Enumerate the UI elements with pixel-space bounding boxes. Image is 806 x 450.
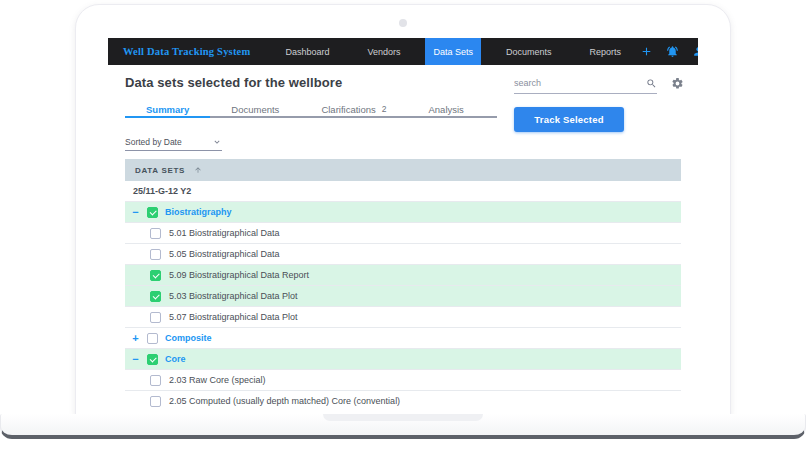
table-row[interactable]: 5.07 Biostratigraphical Data Plot (125, 307, 681, 328)
table-row[interactable]: +Composite (125, 328, 681, 349)
track-selected-button[interactable]: Track Selected (514, 107, 624, 132)
expand-icon[interactable]: + (131, 333, 140, 344)
search-box (514, 73, 657, 94)
sort-dropdown[interactable]: Sorted by Date (125, 134, 222, 151)
settings-button[interactable] (671, 77, 684, 90)
person-icon (692, 45, 698, 58)
navbar-actions (640, 38, 698, 65)
row-label: 5.07 Biostratigraphical Data Plot (169, 312, 298, 322)
row-label: 5.09 Biostratigraphical Data Report (169, 270, 309, 280)
nav-item-reports[interactable]: Reports (582, 38, 630, 65)
row-checkbox[interactable] (147, 207, 158, 218)
table-row[interactable]: 2.03 Raw Core (special) (125, 370, 681, 391)
row-checkbox[interactable] (150, 270, 161, 281)
plus-icon (640, 45, 653, 58)
row-checkbox[interactable] (150, 375, 161, 386)
table-row[interactable]: −Core (125, 349, 681, 370)
row-label: Core (165, 354, 186, 364)
sort-ascending-icon[interactable] (194, 166, 202, 174)
nav-items: DashboardVendorsData SetsDocumentsReport… (266, 38, 640, 65)
collapse-icon[interactable]: − (131, 207, 140, 218)
top-navbar: Well Data Tracking System DashboardVendo… (108, 38, 698, 65)
webcam-dot (399, 19, 407, 27)
table-row[interactable]: 2.05 Computed (usually depth matched) Co… (125, 391, 681, 408)
table-row[interactable]: 5.03 Biostratigraphical Data Plot (125, 286, 681, 307)
tab-analysis[interactable]: Analysis (408, 102, 485, 116)
tab-summary[interactable]: Summary (125, 102, 210, 116)
add-button[interactable] (640, 45, 653, 58)
nav-item-dashboard[interactable]: Dashboard (277, 38, 337, 65)
row-label: 5.05 Biostratigraphical Data (169, 249, 280, 259)
page-title: Data sets selected for the wellbore (125, 75, 342, 90)
table-header[interactable]: DATA SETS (125, 159, 681, 181)
tab-label: Clarifications (321, 104, 375, 115)
wellbore-label: 25/11-G-12 Y2 (133, 186, 191, 196)
app-title: Well Data Tracking System (123, 46, 250, 57)
table-row[interactable]: 5.01 Biostratigraphical Data (125, 223, 681, 244)
row-label: 2.03 Raw Core (special) (169, 375, 266, 385)
tab-badge: 2 (382, 104, 387, 114)
row-checkbox[interactable] (147, 354, 158, 365)
nav-item-data-sets[interactable]: Data Sets (425, 38, 481, 65)
notifications-button[interactable] (666, 45, 679, 58)
row-checkbox[interactable] (150, 291, 161, 302)
row-checkbox[interactable] (147, 333, 158, 344)
row-label: 5.01 Biostratigraphical Data (169, 228, 280, 238)
search-input[interactable] (514, 78, 646, 88)
tab-clarifications[interactable]: Clarifications2 (300, 102, 407, 116)
row-checkbox[interactable] (150, 228, 161, 239)
row-checkbox[interactable] (150, 249, 161, 260)
tab-documents[interactable]: Documents (210, 102, 300, 116)
tab-label: Summary (146, 104, 189, 115)
collapse-icon[interactable]: − (131, 354, 140, 365)
sort-dropdown-label: Sorted by Date (125, 137, 182, 147)
chevron-down-icon (212, 137, 222, 147)
gear-icon (671, 77, 684, 90)
row-label: Biostratigraphy (165, 207, 232, 217)
table-body: 25/11-G-12 Y2−Biostratigraphy5.01 Biostr… (125, 181, 681, 408)
row-checkbox[interactable] (150, 396, 161, 407)
row-checkbox[interactable] (150, 312, 161, 323)
tabs: SummaryDocumentsClarifications2Analysis (125, 102, 497, 118)
nav-item-vendors[interactable]: Vendors (359, 38, 408, 65)
nav-item-documents[interactable]: Documents (498, 38, 560, 65)
laptop-base-notch (323, 414, 483, 421)
table-row[interactable]: 5.05 Biostratigraphical Data (125, 244, 681, 265)
tab-label: Analysis (429, 104, 464, 115)
table-row[interactable]: 5.09 Biostratigraphical Data Report (125, 265, 681, 286)
table-row[interactable]: 25/11-G-12 Y2 (125, 181, 681, 202)
table-header-label: DATA SETS (135, 166, 185, 175)
row-label: 2.05 Computed (usually depth matched) Co… (169, 396, 400, 406)
app-screen: Well Data Tracking System DashboardVendo… (108, 38, 698, 408)
row-label: Composite (165, 333, 212, 343)
data-sets-table: DATA SETS 25/11-G-12 Y2−Biostratigraphy5… (125, 159, 681, 408)
account-button[interactable] (692, 45, 698, 58)
table-row[interactable]: −Biostratigraphy (125, 202, 681, 223)
tab-label: Documents (231, 104, 279, 115)
search-icon[interactable] (646, 78, 657, 89)
bell-icon (666, 45, 679, 58)
row-label: 5.03 Biostratigraphical Data Plot (169, 291, 298, 301)
